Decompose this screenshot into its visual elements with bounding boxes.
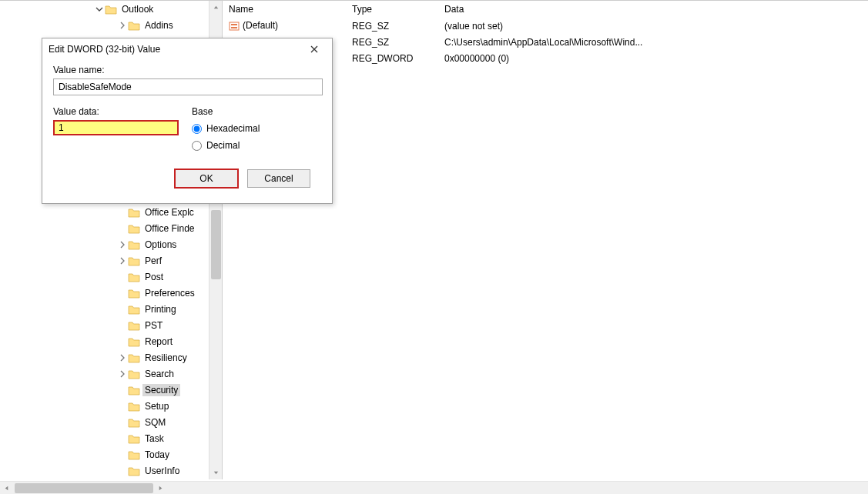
tree-item[interactable]: Report	[0, 333, 209, 349]
base-group-label: Base	[192, 106, 321, 117]
chevron-right-icon[interactable]	[117, 255, 128, 266]
folder-icon	[128, 272, 140, 282]
svg-rect-2	[231, 27, 237, 28]
tree-item[interactable]: SQM	[0, 414, 209, 430]
tree-label: Preferences	[142, 287, 197, 299]
value-name-input[interactable]	[53, 78, 323, 95]
tree-label: Task	[142, 432, 166, 445]
value-data-cell: C:\Users\admin\AppData\Local\Microsoft\W…	[438, 37, 868, 48]
column-data[interactable]: Data	[438, 4, 868, 15]
value-name-cell: (Default)	[223, 20, 346, 32]
dialog-title-text: Edit DWORD (32-bit) Value	[49, 44, 303, 55]
dialog-titlebar[interactable]: Edit DWORD (32-bit) Value	[42, 38, 332, 60]
tree-item[interactable]: Office Finde	[0, 220, 209, 236]
tree-item[interactable]: Perf	[0, 252, 209, 269]
tree-label: Today	[142, 449, 172, 461]
chevron-right-icon[interactable]	[117, 20, 128, 31]
tree-item[interactable]: Options	[0, 236, 209, 252]
tree-label: PST	[142, 319, 165, 332]
folder-icon	[128, 369, 140, 379]
folder-icon	[128, 320, 140, 331]
value-type-cell: REG_SZ	[346, 37, 438, 48]
tree-label: Setup	[142, 400, 171, 412]
scrollbar-thumb[interactable]	[15, 483, 153, 493]
tree-item-picture-manager[interactable]: Picture Manage	[0, 479, 209, 479]
tree-item[interactable]: Post	[0, 269, 209, 285]
chevron-right-icon[interactable]	[117, 369, 128, 379]
registry-value-icon	[229, 21, 240, 32]
radio-hexadecimal[interactable]: Hexadecimal	[192, 120, 321, 137]
horizontal-scrollbar[interactable]	[0, 481, 868, 494]
svg-rect-0	[230, 22, 239, 30]
value-data-cell: (value not set)	[438, 21, 868, 32]
edit-dword-dialog: Edit DWORD (32-bit) Value Value name: Va…	[42, 38, 333, 204]
tree-item[interactable]: Printing	[0, 301, 209, 317]
folder-icon	[128, 207, 140, 218]
tree-label: Post	[142, 271, 166, 283]
tree-label: Report	[142, 335, 175, 348]
registry-value-row[interactable]: (Default)REG_SZ(value not set)	[223, 18, 868, 34]
folder-icon	[105, 4, 117, 15]
tree-item[interactable]: Setup	[0, 398, 209, 414]
tree-item[interactable]: Search	[0, 365, 209, 382]
radio-hex-input[interactable]	[192, 124, 202, 134]
scroll-left-icon[interactable]	[0, 482, 13, 494]
scroll-up-icon[interactable]	[209, 1, 223, 14]
folder-icon	[128, 401, 140, 412]
value-type-cell: REG_SZ	[346, 21, 438, 32]
radio-hex-label: Hexadecimal	[206, 123, 260, 134]
radio-decimal[interactable]: Decimal	[192, 137, 321, 154]
value-data-input[interactable]	[53, 120, 179, 135]
tree-item[interactable]: Preferences	[0, 285, 209, 301]
radio-dec-label: Decimal	[206, 140, 240, 151]
tree-item-outlook[interactable]: Outlook	[0, 1, 209, 17]
chevron-right-icon[interactable]	[117, 352, 128, 363]
tree-label: SQM	[142, 416, 168, 429]
tree-item-addins[interactable]: Addins	[0, 17, 209, 33]
tree-item[interactable]: Security	[0, 382, 209, 398]
tree-item[interactable]: Today	[0, 446, 209, 462]
list-header[interactable]: Name Type Data	[223, 1, 868, 18]
scroll-right-icon[interactable]	[154, 482, 167, 494]
cancel-button[interactable]: Cancel	[247, 169, 310, 188]
value-name-label: Value name:	[53, 65, 321, 75]
ok-button[interactable]: OK	[175, 169, 238, 188]
column-name[interactable]: Name	[223, 4, 346, 15]
value-data-label: Value data:	[53, 106, 192, 117]
folder-icon	[128, 239, 140, 250]
folder-icon	[128, 385, 140, 396]
tree-item[interactable]: PST	[0, 317, 209, 333]
value-type-cell: REG_DWORD	[346, 53, 438, 64]
folder-icon	[128, 223, 140, 234]
scrollbar-thumb[interactable]	[211, 210, 221, 279]
folder-icon	[128, 288, 140, 299]
folder-icon	[128, 417, 140, 428]
tree-label: Perf	[142, 255, 164, 267]
chevron-right-icon[interactable]	[117, 239, 128, 250]
tree-item[interactable]: Resiliency	[0, 349, 209, 365]
column-type[interactable]: Type	[346, 4, 438, 15]
folder-icon	[128, 20, 140, 31]
tree-label: Security	[142, 384, 180, 396]
tree-label: Printing	[142, 303, 179, 315]
chevron-down-icon[interactable]	[94, 4, 105, 15]
value-data-cell: 0x00000000 (0)	[438, 53, 868, 64]
folder-icon	[128, 449, 140, 460]
tree-item[interactable]: Office Explc	[0, 204, 209, 220]
radio-dec-input[interactable]	[192, 141, 202, 151]
scroll-down-icon[interactable]	[209, 466, 223, 479]
tree-label: Office Finde	[142, 222, 196, 235]
folder-icon	[128, 352, 140, 363]
tree-label: Options	[142, 239, 179, 251]
tree-item[interactable]: Task	[0, 430, 209, 446]
folder-icon	[128, 304, 140, 315]
folder-icon	[128, 255, 140, 266]
close-icon[interactable]	[303, 41, 326, 58]
folder-icon	[128, 336, 140, 347]
tree-label: Resiliency	[142, 352, 189, 364]
folder-icon	[128, 466, 140, 476]
svg-rect-1	[231, 24, 237, 25]
tree-item[interactable]: UserInfo	[0, 462, 209, 479]
tree-label: Outlook	[119, 3, 156, 15]
tree-label: Search	[142, 368, 176, 380]
